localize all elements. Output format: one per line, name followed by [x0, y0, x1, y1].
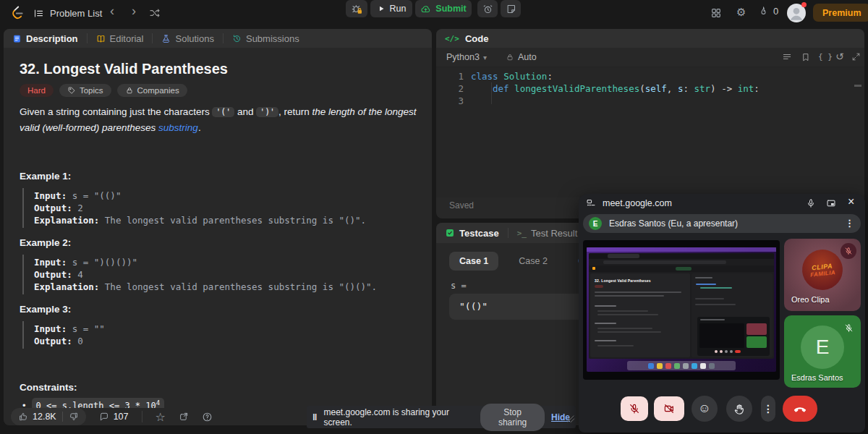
bookmark-icon[interactable] [801, 52, 811, 62]
code-icon: </> [445, 34, 459, 43]
presenter-name: Esdras Santos (Eu, a apresentar) [609, 218, 738, 229]
companies-chip[interactable]: Companies [117, 84, 187, 97]
editor-scrollbar-thumb[interactable] [854, 85, 861, 87]
mini-green-tile [746, 336, 767, 348]
help-icon [202, 412, 213, 422]
debugger-button[interactable] [346, 0, 367, 17]
example-1-input: s = "(()" [72, 190, 122, 201]
streak-counter[interactable]: 0 [758, 6, 778, 17]
mini-hard-chip [595, 285, 603, 288]
tab-description[interactable]: Description [12, 33, 78, 44]
flame-icon [758, 6, 769, 17]
close-icon[interactable]: × [848, 195, 854, 208]
substring-link[interactable]: substring [158, 122, 198, 133]
timer-button[interactable] [477, 0, 498, 17]
end-call-button[interactable] [783, 396, 817, 422]
format-lines-icon[interactable] [782, 52, 792, 62]
mic-icon[interactable] [806, 198, 816, 208]
resize-handle-icon[interactable] [566, 414, 576, 424]
statement-text: . [198, 122, 201, 133]
dislike-button[interactable] [69, 412, 79, 422]
tab-submissions[interactable]: Submissions [232, 33, 299, 44]
mic-toggle-button[interactable] [621, 396, 648, 421]
problem-tags-row: Hard Topics Companies [20, 84, 187, 97]
example-2-label: Example 2: [20, 237, 71, 248]
language-selector[interactable]: Python3 ▾ [446, 52, 487, 62]
reactions-button[interactable]: ☺ [692, 396, 718, 422]
mini-text-line [597, 314, 658, 315]
leetcode-app: Problem List ‹ › Run Submit [0, 0, 868, 434]
topics-label: Topics [80, 86, 103, 95]
like-count: 12.8K [33, 412, 56, 422]
history-icon [232, 34, 242, 43]
raise-hand-button[interactable] [726, 396, 752, 422]
code-chip-close-paren: ')' [256, 107, 278, 117]
favorite-button[interactable]: ☆ [156, 410, 166, 424]
tab-editorial[interactable]: Editorial [96, 33, 144, 44]
comments-button[interactable]: 107 [99, 412, 129, 422]
keyword-token: def [493, 83, 514, 94]
punct-token: : [683, 83, 694, 94]
terminal-icon: >_ [517, 229, 527, 238]
mini-submit-pill [676, 267, 692, 271]
reset-code-icon[interactable]: ↺ [835, 51, 844, 62]
expand-editor-icon[interactable] [851, 52, 861, 61]
presenter-avatar: E [589, 217, 602, 230]
tag-icon [67, 86, 76, 95]
shared-screen-thumbnail[interactable]: 32. Longest Valid Parentheses [583, 240, 780, 380]
tab-test-result[interactable]: >_ Test Result [517, 228, 578, 239]
submit-button[interactable]: Submit [415, 0, 472, 17]
leetcode-logo-icon[interactable] [10, 5, 25, 20]
mini-text-line [595, 323, 616, 324]
example-2-input: s = ")()())" [72, 257, 137, 268]
banner-more-icon[interactable]: ⋮ [845, 218, 854, 229]
difficulty-badge[interactable]: Hard [20, 84, 54, 97]
topics-chip[interactable]: Topics [59, 84, 111, 97]
prev-problem-icon[interactable]: ‹ [110, 4, 114, 19]
participant-tile-esdras[interactable]: E Esdras Santos [784, 315, 861, 388]
meet-titlebar[interactable]: meet.google.com × [579, 194, 865, 213]
stop-sharing-button[interactable]: Stop sharing [480, 404, 545, 431]
mini-text-line [597, 345, 634, 346]
autocomplete-toggle[interactable]: Auto [506, 52, 537, 62]
participant-tile-oreo[interactable]: CLIPA FAMILIA Oreo Clipa [784, 239, 861, 311]
share-button[interactable] [179, 412, 189, 422]
participant-muted-badge [841, 243, 856, 259]
case-1-tab[interactable]: Case 1 [449, 252, 498, 271]
run-button[interactable]: Run [370, 0, 412, 17]
presenter-banner[interactable]: E Esdras Santos (Eu, a apresentar) ⋮ [583, 214, 861, 233]
mini-code-header [695, 277, 712, 278]
more-options-button[interactable]: ⋮ [761, 396, 775, 422]
mini-text-line [597, 328, 652, 329]
vote-divider [62, 412, 63, 422]
flask-icon [161, 34, 171, 43]
layout-grid-icon[interactable] [710, 7, 722, 19]
case-2-tab[interactable]: Case 2 [509, 252, 558, 271]
tab-testcase[interactable]: Testcase [445, 228, 499, 239]
mini-code-line [696, 284, 716, 285]
tab-solutions[interactable]: Solutions [161, 33, 213, 44]
example-1-block: Input: s = "(()" Output: 2 Explanation: … [22, 188, 425, 228]
example-3-label: Example 3: [20, 304, 71, 315]
shuffle-icon[interactable] [149, 7, 161, 19]
feedback-button[interactable] [202, 412, 213, 422]
next-problem-icon[interactable]: › [132, 4, 136, 19]
hand-icon [733, 403, 746, 415]
mini-control-dot [725, 350, 728, 353]
code-line-2: def longestValidParentheses(self, s: str… [493, 82, 760, 95]
problem-list-nav[interactable]: Problem List [33, 0, 102, 26]
braces-icon[interactable]: { } [818, 52, 833, 61]
tab-divider [223, 33, 224, 43]
code-editor[interactable]: 1 2 3 class Solution: def longestValidPa… [436, 67, 864, 197]
camera-toggle-button[interactable] [654, 396, 684, 421]
mini-dock [627, 361, 736, 370]
premium-button[interactable]: Premium [813, 4, 868, 22]
notification-dot [801, 2, 807, 7]
pip-expand-icon[interactable] [826, 198, 836, 208]
like-button[interactable]: 12.8K [18, 412, 56, 422]
pause-sharing-icon[interactable]: ‖ [312, 412, 317, 422]
meet-window-title: meet.google.com [603, 198, 672, 208]
settings-gear-icon[interactable]: ⚙ [736, 6, 746, 19]
notes-button[interactable] [501, 0, 521, 17]
meet-window[interactable]: meet.google.com × E Esdras Santos (Eu, a… [579, 194, 865, 433]
